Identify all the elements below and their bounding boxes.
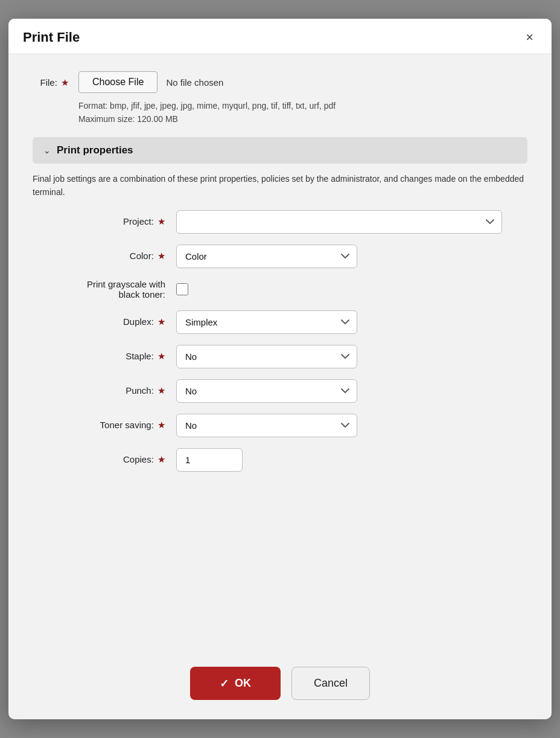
- project-required-star: ★: [158, 216, 165, 226]
- cancel-button[interactable]: Cancel: [291, 667, 370, 700]
- close-button[interactable]: ×: [522, 30, 537, 45]
- duplex-required-star: ★: [158, 316, 165, 327]
- project-label: Project: ★: [33, 216, 165, 227]
- color-required-star: ★: [158, 251, 165, 261]
- copies-label: Copies: ★: [33, 454, 165, 465]
- dialog-header: Print File ×: [8, 19, 552, 54]
- file-label: File: ★: [33, 77, 69, 88]
- staple-required-star: ★: [158, 351, 165, 361]
- punch-select[interactable]: No Yes: [176, 379, 357, 403]
- dialog-footer: ✓ OK Cancel: [8, 652, 552, 719]
- file-required-star: ★: [61, 77, 69, 88]
- dialog-title: Print File: [23, 30, 80, 45]
- staple-label: Staple: ★: [33, 351, 165, 362]
- file-input-row: Choose File No file chosen: [78, 71, 336, 93]
- print-properties-section-header[interactable]: ⌄ Print properties: [33, 137, 527, 164]
- section-header-title: Print properties: [57, 144, 133, 156]
- toner-saving-row: Toner saving: ★ No Yes: [33, 414, 527, 437]
- toner-saving-required-star: ★: [158, 420, 165, 430]
- punch-row: Punch: ★ No Yes: [33, 379, 527, 403]
- copies-required-star: ★: [158, 454, 165, 464]
- duplex-select[interactable]: Simplex Long edge Short edge: [176, 310, 357, 334]
- duplex-row: Duplex: ★ Simplex Long edge Short edge: [33, 310, 527, 334]
- staple-row: Staple: ★ No Yes: [33, 345, 527, 368]
- grayscale-checkbox[interactable]: [176, 283, 188, 295]
- staple-select[interactable]: No Yes: [176, 345, 357, 368]
- color-label: Color: ★: [33, 251, 165, 262]
- duplex-label: Duplex: ★: [33, 316, 165, 327]
- project-row: Project: ★: [33, 210, 527, 234]
- ok-button[interactable]: ✓ OK: [190, 667, 281, 700]
- toner-saving-select[interactable]: No Yes: [176, 414, 357, 437]
- no-file-text: No file chosen: [166, 77, 223, 88]
- project-select[interactable]: [176, 210, 502, 234]
- toner-saving-label: Toner saving: ★: [33, 420, 165, 431]
- color-select[interactable]: Color Black & White: [176, 245, 357, 268]
- ok-checkmark-icon: ✓: [220, 677, 229, 690]
- dialog-body: File: ★ Choose File No file chosen Forma…: [8, 54, 552, 652]
- section-description: Final job settings are a combination of …: [33, 172, 527, 199]
- file-format-hint: Format: bmp, jfif, jpe, jpeg, jpg, mime,…: [78, 99, 336, 126]
- punch-label: Punch: ★: [33, 385, 165, 396]
- punch-required-star: ★: [158, 385, 165, 396]
- copies-row: Copies: ★: [33, 448, 527, 472]
- file-row: File: ★ Choose File No file chosen Forma…: [33, 71, 527, 126]
- grayscale-row: Print grayscale withblack toner:: [33, 279, 527, 300]
- color-row: Color: ★ Color Black & White: [33, 245, 527, 268]
- chevron-down-icon: ⌄: [43, 146, 51, 155]
- file-input-area: Choose File No file chosen Format: bmp, …: [78, 71, 336, 126]
- choose-file-button[interactable]: Choose File: [78, 71, 158, 93]
- copies-input[interactable]: [176, 448, 243, 472]
- grayscale-label: Print grayscale withblack toner:: [33, 279, 165, 300]
- print-file-dialog: Print File × File: ★ Choose File No file…: [8, 19, 552, 719]
